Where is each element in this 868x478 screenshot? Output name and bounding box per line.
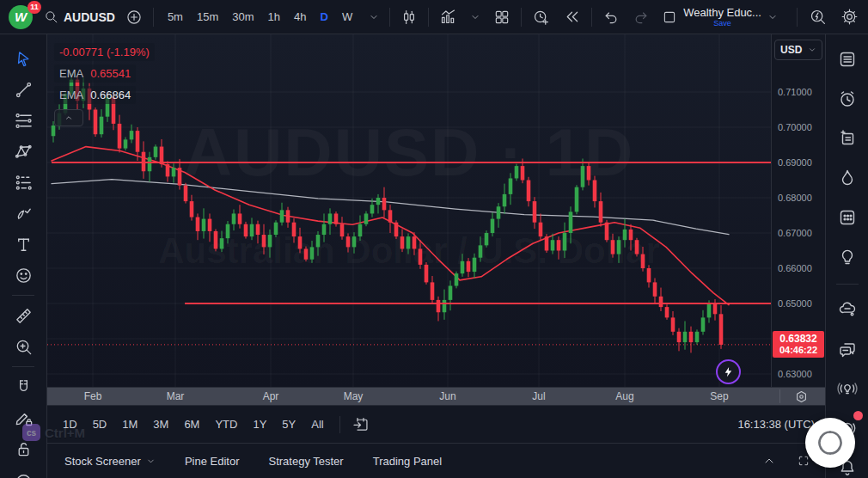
tab-trading-panel[interactable]: Trading Panel xyxy=(373,455,442,468)
candlestick-chart[interactable] xyxy=(47,34,771,387)
price-axis[interactable]: USD 0.630000.640000.650000.660000.670000… xyxy=(771,34,825,387)
range-5y[interactable]: 5Y xyxy=(275,414,303,434)
saved-layout-button[interactable]: Wealthy Educ... Save xyxy=(662,7,778,28)
emoji-tool-button[interactable] xyxy=(7,260,40,291)
layout-name-wrap: Wealthy Educ... Save xyxy=(683,7,761,28)
cursor-tool-button[interactable] xyxy=(7,43,40,74)
timeframe-4h[interactable]: 4h xyxy=(288,7,312,27)
range-6m[interactable]: 6M xyxy=(177,414,206,434)
range-1m[interactable]: 1M xyxy=(115,414,144,434)
trend-line-tool-button[interactable] xyxy=(7,74,40,105)
watchlist-button[interactable] xyxy=(832,45,863,74)
cursor-icon xyxy=(14,49,34,69)
smiley-icon xyxy=(14,266,34,285)
fib-tool-button[interactable] xyxy=(7,105,40,136)
workspace: AUDUSD · 1D Australian Dollar / U.S. Dol… xyxy=(0,34,868,478)
legend-collapse-button[interactable] xyxy=(54,109,83,126)
range-1y[interactable]: 1Y xyxy=(246,414,273,434)
chat-bubbles-icon xyxy=(837,339,858,359)
compare-add-button[interactable] xyxy=(123,6,145,28)
chatgpt-logo[interactable] xyxy=(805,418,855,468)
timeframe-15m[interactable]: 15m xyxy=(191,7,224,27)
candlestick-icon xyxy=(400,9,418,26)
tab-strategy-tester[interactable]: Strategy Tester xyxy=(268,455,343,468)
measure-tool-button[interactable] xyxy=(7,300,40,331)
text-tool-button[interactable] xyxy=(7,229,40,260)
tab-pine-editor[interactable]: Pine Editor xyxy=(185,455,240,468)
hotlists-button[interactable] xyxy=(832,163,863,193)
lightning-circle-icon[interactable] xyxy=(716,359,741,384)
forecast-tool-button[interactable] xyxy=(7,167,40,198)
chevron-down-icon xyxy=(808,46,816,54)
ideas-button[interactable] xyxy=(832,242,863,272)
undo-button[interactable] xyxy=(600,6,622,28)
range-3m[interactable]: 3M xyxy=(146,414,175,434)
collapse-panel-button[interactable] xyxy=(760,451,779,470)
month-label-jun: Jun xyxy=(433,390,462,402)
time-axis[interactable]: FebMarAprMayJunJulAugSep xyxy=(47,387,825,406)
last-price-label: 0.63832 04:46:22 xyxy=(773,331,824,358)
chart-pane[interactable]: AUDUSD · 1D Australian Dollar / U.S. Dol… xyxy=(47,34,771,387)
app-logo[interactable]: W 11 xyxy=(7,3,36,31)
goto-date-button[interactable] xyxy=(349,413,372,436)
layout-name: Wealthy Educ... xyxy=(683,7,761,18)
keyboard-shortcut-overlay: cs Ctrl+M xyxy=(22,424,85,441)
timeframe-group: 5m15m30m1h4hDW xyxy=(162,7,358,27)
quick-search-button[interactable] xyxy=(806,5,829,28)
symbol-search-button[interactable]: AUDUSD xyxy=(44,9,115,24)
ema-fast-row[interactable]: EMA0.65541 xyxy=(54,64,136,83)
notification-badge: 11 xyxy=(28,1,41,14)
toolbar-separator xyxy=(12,366,34,367)
chat-button[interactable] xyxy=(832,334,863,364)
streams-button[interactable] xyxy=(832,374,863,403)
save-link[interactable]: Save xyxy=(713,20,731,28)
timeframe-5m[interactable]: 5m xyxy=(162,7,189,27)
last-price-value: 0.63832 xyxy=(773,333,824,345)
hide-drawings-button[interactable] xyxy=(7,464,40,478)
indicators-menu-button[interactable] xyxy=(468,9,483,25)
layout-grid-button[interactable] xyxy=(491,6,513,28)
bar-replay-button[interactable] xyxy=(560,5,584,28)
indicators-button[interactable] xyxy=(437,5,460,28)
ema-slow-row[interactable]: EMA0.66864 xyxy=(54,86,136,104)
brush-icon xyxy=(14,204,34,224)
trading-platform-window: W 11 AUDUSD 5m15m30m1h4hDW xyxy=(0,0,868,478)
currency-dropdown[interactable]: USD xyxy=(774,40,822,60)
utc-clock[interactable]: 16:13:38 (UTC) xyxy=(737,418,816,431)
indicators-icon xyxy=(439,8,457,26)
magnet-tool-button[interactable] xyxy=(7,371,40,402)
extension-badge: cs xyxy=(22,424,40,441)
month-label-aug: Aug xyxy=(610,390,639,402)
create-alert-button[interactable] xyxy=(529,5,553,28)
tab-label: Trading Panel xyxy=(373,455,442,468)
ema-slow-value: 0.66864 xyxy=(90,89,131,101)
settings-button[interactable] xyxy=(838,5,861,28)
notes-button[interactable] xyxy=(832,124,863,153)
pattern-tool-button[interactable] xyxy=(7,136,40,167)
text-icon xyxy=(14,235,34,254)
calendar-goto-icon xyxy=(351,415,370,433)
timeframe-w[interactable]: W xyxy=(336,7,358,27)
tab-stock-screener[interactable]: Stock Screener xyxy=(64,455,156,468)
minds-button[interactable] xyxy=(832,295,863,324)
alerts-button[interactable] xyxy=(832,84,863,113)
brush-tool-button[interactable] xyxy=(7,198,40,229)
calendar-button[interactable] xyxy=(832,203,863,232)
range-all[interactable]: All xyxy=(304,414,330,434)
time-axis-settings-button[interactable] xyxy=(793,389,810,408)
timeframe-d[interactable]: D xyxy=(314,7,333,27)
openai-knot-icon xyxy=(816,428,845,457)
timeframe-menu-button[interactable] xyxy=(366,9,382,25)
currency-label: USD xyxy=(780,44,802,56)
range-5d[interactable]: 5D xyxy=(86,414,114,434)
bolt-icon xyxy=(722,365,735,378)
range-ytd[interactable]: YTD xyxy=(208,414,244,434)
layout-square-icon xyxy=(662,9,677,25)
thought-cloud-icon xyxy=(837,299,858,320)
flame-icon xyxy=(837,168,858,188)
timeframe-30m[interactable]: 30m xyxy=(226,7,260,27)
zoom-in-tool-button[interactable] xyxy=(7,331,40,362)
redo-button[interactable] xyxy=(630,6,652,28)
chart-type-button[interactable] xyxy=(398,6,420,28)
timeframe-1h[interactable]: 1h xyxy=(262,7,286,27)
